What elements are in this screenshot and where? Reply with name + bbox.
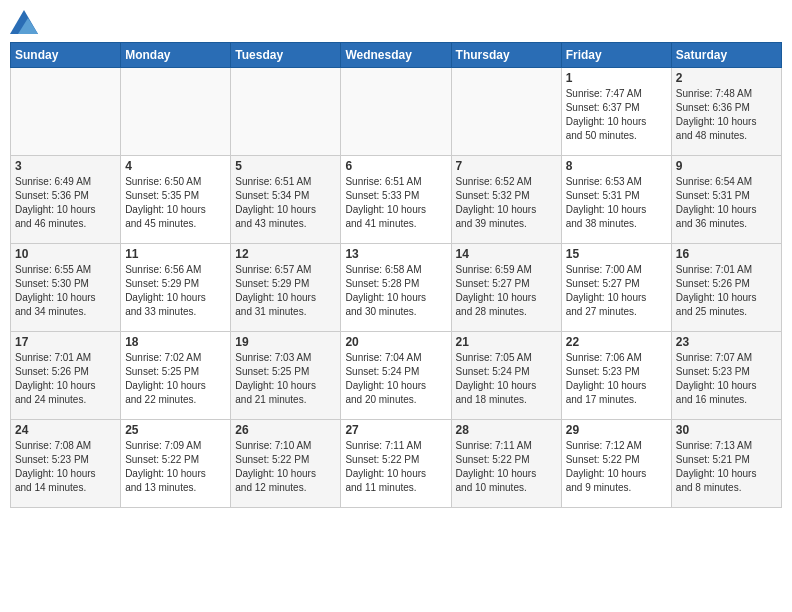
week-row-2: 3Sunrise: 6:49 AM Sunset: 5:36 PM Daylig… xyxy=(11,156,782,244)
day-cell: 30Sunrise: 7:13 AM Sunset: 5:21 PM Dayli… xyxy=(671,420,781,508)
day-cell: 24Sunrise: 7:08 AM Sunset: 5:23 PM Dayli… xyxy=(11,420,121,508)
day-cell: 14Sunrise: 6:59 AM Sunset: 5:27 PM Dayli… xyxy=(451,244,561,332)
day-number: 6 xyxy=(345,159,446,173)
day-cell: 5Sunrise: 6:51 AM Sunset: 5:34 PM Daylig… xyxy=(231,156,341,244)
day-number: 1 xyxy=(566,71,667,85)
day-info: Sunrise: 7:11 AM Sunset: 5:22 PM Dayligh… xyxy=(345,439,446,495)
day-number: 11 xyxy=(125,247,226,261)
day-cell: 15Sunrise: 7:00 AM Sunset: 5:27 PM Dayli… xyxy=(561,244,671,332)
day-cell xyxy=(11,68,121,156)
day-number: 15 xyxy=(566,247,667,261)
day-info: Sunrise: 7:03 AM Sunset: 5:25 PM Dayligh… xyxy=(235,351,336,407)
day-number: 14 xyxy=(456,247,557,261)
day-info: Sunrise: 6:57 AM Sunset: 5:29 PM Dayligh… xyxy=(235,263,336,319)
day-number: 24 xyxy=(15,423,116,437)
day-number: 28 xyxy=(456,423,557,437)
day-number: 13 xyxy=(345,247,446,261)
logo xyxy=(10,10,42,34)
day-number: 21 xyxy=(456,335,557,349)
day-number: 20 xyxy=(345,335,446,349)
day-info: Sunrise: 7:09 AM Sunset: 5:22 PM Dayligh… xyxy=(125,439,226,495)
day-info: Sunrise: 7:13 AM Sunset: 5:21 PM Dayligh… xyxy=(676,439,777,495)
day-cell xyxy=(341,68,451,156)
day-cell: 8Sunrise: 6:53 AM Sunset: 5:31 PM Daylig… xyxy=(561,156,671,244)
day-number: 30 xyxy=(676,423,777,437)
day-info: Sunrise: 7:04 AM Sunset: 5:24 PM Dayligh… xyxy=(345,351,446,407)
day-number: 2 xyxy=(676,71,777,85)
day-info: Sunrise: 7:12 AM Sunset: 5:22 PM Dayligh… xyxy=(566,439,667,495)
day-info: Sunrise: 6:55 AM Sunset: 5:30 PM Dayligh… xyxy=(15,263,116,319)
week-row-3: 10Sunrise: 6:55 AM Sunset: 5:30 PM Dayli… xyxy=(11,244,782,332)
day-info: Sunrise: 7:10 AM Sunset: 5:22 PM Dayligh… xyxy=(235,439,336,495)
day-cell: 13Sunrise: 6:58 AM Sunset: 5:28 PM Dayli… xyxy=(341,244,451,332)
day-cell: 21Sunrise: 7:05 AM Sunset: 5:24 PM Dayli… xyxy=(451,332,561,420)
day-number: 26 xyxy=(235,423,336,437)
day-info: Sunrise: 7:11 AM Sunset: 5:22 PM Dayligh… xyxy=(456,439,557,495)
day-cell: 19Sunrise: 7:03 AM Sunset: 5:25 PM Dayli… xyxy=(231,332,341,420)
day-cell: 18Sunrise: 7:02 AM Sunset: 5:25 PM Dayli… xyxy=(121,332,231,420)
day-number: 29 xyxy=(566,423,667,437)
col-header-saturday: Saturday xyxy=(671,43,781,68)
day-cell: 22Sunrise: 7:06 AM Sunset: 5:23 PM Dayli… xyxy=(561,332,671,420)
day-number: 23 xyxy=(676,335,777,349)
day-number: 17 xyxy=(15,335,116,349)
day-number: 4 xyxy=(125,159,226,173)
day-info: Sunrise: 6:54 AM Sunset: 5:31 PM Dayligh… xyxy=(676,175,777,231)
col-header-wednesday: Wednesday xyxy=(341,43,451,68)
day-info: Sunrise: 6:52 AM Sunset: 5:32 PM Dayligh… xyxy=(456,175,557,231)
day-cell: 25Sunrise: 7:09 AM Sunset: 5:22 PM Dayli… xyxy=(121,420,231,508)
day-cell: 6Sunrise: 6:51 AM Sunset: 5:33 PM Daylig… xyxy=(341,156,451,244)
day-info: Sunrise: 7:06 AM Sunset: 5:23 PM Dayligh… xyxy=(566,351,667,407)
day-cell: 7Sunrise: 6:52 AM Sunset: 5:32 PM Daylig… xyxy=(451,156,561,244)
day-cell: 27Sunrise: 7:11 AM Sunset: 5:22 PM Dayli… xyxy=(341,420,451,508)
day-cell: 28Sunrise: 7:11 AM Sunset: 5:22 PM Dayli… xyxy=(451,420,561,508)
day-info: Sunrise: 6:56 AM Sunset: 5:29 PM Dayligh… xyxy=(125,263,226,319)
day-number: 18 xyxy=(125,335,226,349)
day-cell: 4Sunrise: 6:50 AM Sunset: 5:35 PM Daylig… xyxy=(121,156,231,244)
day-cell: 16Sunrise: 7:01 AM Sunset: 5:26 PM Dayli… xyxy=(671,244,781,332)
day-number: 8 xyxy=(566,159,667,173)
day-info: Sunrise: 7:01 AM Sunset: 5:26 PM Dayligh… xyxy=(15,351,116,407)
calendar-table: SundayMondayTuesdayWednesdayThursdayFrid… xyxy=(10,42,782,508)
day-number: 5 xyxy=(235,159,336,173)
day-number: 25 xyxy=(125,423,226,437)
day-info: Sunrise: 7:47 AM Sunset: 6:37 PM Dayligh… xyxy=(566,87,667,143)
col-header-thursday: Thursday xyxy=(451,43,561,68)
day-number: 22 xyxy=(566,335,667,349)
logo-icon xyxy=(10,10,38,34)
day-cell: 11Sunrise: 6:56 AM Sunset: 5:29 PM Dayli… xyxy=(121,244,231,332)
header-row: SundayMondayTuesdayWednesdayThursdayFrid… xyxy=(11,43,782,68)
day-number: 3 xyxy=(15,159,116,173)
day-info: Sunrise: 7:01 AM Sunset: 5:26 PM Dayligh… xyxy=(676,263,777,319)
day-number: 7 xyxy=(456,159,557,173)
day-number: 12 xyxy=(235,247,336,261)
col-header-tuesday: Tuesday xyxy=(231,43,341,68)
day-info: Sunrise: 6:50 AM Sunset: 5:35 PM Dayligh… xyxy=(125,175,226,231)
day-info: Sunrise: 6:53 AM Sunset: 5:31 PM Dayligh… xyxy=(566,175,667,231)
day-info: Sunrise: 7:00 AM Sunset: 5:27 PM Dayligh… xyxy=(566,263,667,319)
col-header-friday: Friday xyxy=(561,43,671,68)
day-cell: 20Sunrise: 7:04 AM Sunset: 5:24 PM Dayli… xyxy=(341,332,451,420)
day-info: Sunrise: 6:58 AM Sunset: 5:28 PM Dayligh… xyxy=(345,263,446,319)
day-cell: 12Sunrise: 6:57 AM Sunset: 5:29 PM Dayli… xyxy=(231,244,341,332)
day-info: Sunrise: 6:49 AM Sunset: 5:36 PM Dayligh… xyxy=(15,175,116,231)
day-cell: 2Sunrise: 7:48 AM Sunset: 6:36 PM Daylig… xyxy=(671,68,781,156)
day-number: 10 xyxy=(15,247,116,261)
day-cell: 3Sunrise: 6:49 AM Sunset: 5:36 PM Daylig… xyxy=(11,156,121,244)
day-cell: 23Sunrise: 7:07 AM Sunset: 5:23 PM Dayli… xyxy=(671,332,781,420)
day-info: Sunrise: 7:05 AM Sunset: 5:24 PM Dayligh… xyxy=(456,351,557,407)
day-info: Sunrise: 7:08 AM Sunset: 5:23 PM Dayligh… xyxy=(15,439,116,495)
day-cell xyxy=(121,68,231,156)
day-cell: 10Sunrise: 6:55 AM Sunset: 5:30 PM Dayli… xyxy=(11,244,121,332)
week-row-5: 24Sunrise: 7:08 AM Sunset: 5:23 PM Dayli… xyxy=(11,420,782,508)
day-cell: 1Sunrise: 7:47 AM Sunset: 6:37 PM Daylig… xyxy=(561,68,671,156)
day-cell: 17Sunrise: 7:01 AM Sunset: 5:26 PM Dayli… xyxy=(11,332,121,420)
day-info: Sunrise: 7:48 AM Sunset: 6:36 PM Dayligh… xyxy=(676,87,777,143)
day-info: Sunrise: 7:02 AM Sunset: 5:25 PM Dayligh… xyxy=(125,351,226,407)
day-cell: 9Sunrise: 6:54 AM Sunset: 5:31 PM Daylig… xyxy=(671,156,781,244)
day-cell xyxy=(451,68,561,156)
page-header xyxy=(10,10,782,34)
day-number: 19 xyxy=(235,335,336,349)
day-number: 27 xyxy=(345,423,446,437)
col-header-sunday: Sunday xyxy=(11,43,121,68)
